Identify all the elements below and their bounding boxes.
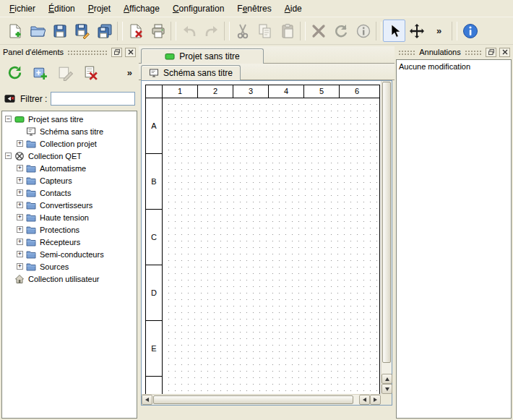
menu-item-configuration[interactable]: Configuration [166,1,230,17]
tree-item-convertisseurs[interactable]: +Convertisseurs [2,199,137,211]
menu-item-projet[interactable]: Projet [82,1,117,17]
dock-drag-grip[interactable] [464,49,483,55]
filter-label: Filtrer : [20,94,47,104]
undo-button[interactable] [178,20,200,42]
sheet-grid-area[interactable] [163,98,379,394]
paste-button[interactable] [276,20,298,42]
tree-expander-plus-icon[interactable]: + [17,140,23,147]
horizontal-scrollbar-thumb[interactable] [153,395,353,404]
folder-icon [26,200,39,210]
tree-item-automatisme[interactable]: +Automatisme [2,162,137,174]
tab-projet-sans-titre[interactable]: Projet sans titre [141,48,264,64]
tree-item-sources[interactable]: +Sources [2,260,137,273]
vertical-scrollbar-thumb[interactable] [382,82,391,363]
tree-item-collection-qet[interactable]: −Collection QET [2,150,137,162]
toolbar-separator [300,22,306,40]
project-icon [14,114,27,124]
help-info-button[interactable] [459,20,481,42]
tree-item-label: Récepteurs [39,238,80,247]
tree-item-projet-sans-titre[interactable]: −Projet sans titre [2,113,137,125]
rotate-button[interactable] [329,20,352,42]
tree-expander-plus-icon[interactable]: + [17,189,23,196]
delete-button[interactable] [307,20,329,42]
left-arrow-icon [145,398,149,402]
object-info-button[interactable] [352,20,374,42]
float-panel-button[interactable] [111,48,122,57]
tree-expander-plus-icon[interactable]: + [17,263,23,270]
horizontal-scrollbar-track[interactable] [152,395,359,405]
tree-item-schema-sans-titre[interactable]: Schéma sans titre [2,125,137,137]
diagram-canvas[interactable]: 123456 ABCDE [142,81,381,394]
scroll-down-button[interactable] [381,384,392,394]
tree-expander-minus-icon[interactable]: − [5,153,12,159]
tree-expander-plus-icon[interactable]: + [17,251,23,257]
sheet-row-A: A [146,98,162,154]
menu-item-fenetres[interactable]: Fenêtres [230,1,277,17]
tree-item-protections[interactable]: +Protections [2,223,137,236]
vertical-scrollbar[interactable] [381,81,392,394]
scroll-up-button[interactable] [381,374,392,384]
elements-panel-header: Panel d'éléments [1,46,137,58]
scroll-left-button-end[interactable] [359,395,370,405]
menu-item-fichier[interactable]: Fichier [3,1,42,17]
copy-button[interactable] [254,20,276,42]
dock-drag-grip[interactable] [397,49,416,55]
edit-element-button[interactable] [54,61,76,83]
clear-filter-button[interactable] [4,93,17,105]
vertical-scrollbar-track[interactable] [381,81,392,374]
object-info-icon [355,23,371,39]
tree-expander-plus-icon[interactable]: + [17,202,23,208]
save-button[interactable] [48,20,71,42]
tree-item-haute-tension[interactable]: +Haute tension [2,211,137,223]
undo-panel-header: Annulations [396,46,512,58]
tree-expander-plus-icon[interactable]: + [17,239,23,245]
tab-schema-sans-titre[interactable]: Schéma sans titre [141,65,241,80]
tree-item-semi-conducteurs[interactable]: +Semi-conducteurs [2,248,137,260]
tree-item-collection-projet[interactable]: +Collection projet [2,137,137,150]
tree-item-label: Semi-conducteurs [39,250,104,259]
print-button[interactable] [147,20,169,42]
close-panel-button[interactable] [125,48,136,57]
tree-expander-plus-icon[interactable]: + [17,165,23,171]
move-mode-button[interactable] [405,20,428,42]
panel-toolbar-overflow-button[interactable]: » [124,67,135,78]
undo-history-list[interactable]: Aucune modification [396,59,512,419]
new-document-button[interactable] [4,20,26,42]
tree-item-label: Sources [39,262,69,271]
overflow-chevron-button[interactable]: » [428,20,450,42]
delete-icon [311,23,327,39]
select-arrow-button[interactable] [383,20,405,42]
menu-item-edition[interactable]: Édition [42,1,82,17]
tree-item-label: Protections [39,226,79,234]
scroll-left-button[interactable] [142,395,152,405]
reload-button[interactable] [4,61,25,83]
scroll-right-button[interactable] [370,395,381,405]
open-folder-button[interactable] [26,20,48,42]
float-panel-button[interactable] [486,48,496,57]
tree-item-capteurs[interactable]: +Capteurs [2,174,137,187]
editor-area: Projet sans titre Schéma sans titre 1234… [139,45,395,420]
tree-item-collection-utilisateur[interactable]: Collection utilisateur [2,273,137,285]
save-all-button[interactable] [93,20,116,42]
close-document-button[interactable] [124,20,147,42]
filter-input[interactable] [51,92,135,106]
tree-expander-plus-icon[interactable]: + [17,226,23,233]
redo-button[interactable] [200,20,223,42]
close-icon [127,48,134,56]
tree-item-recepteurs[interactable]: +Récepteurs [2,236,137,248]
dock-drag-grip[interactable] [66,49,108,55]
sheet-column-2: 2 [197,85,233,98]
delete-element-button[interactable] [79,61,101,83]
tree-expander-plus-icon[interactable]: + [17,177,23,184]
menu-item-aide[interactable]: Aide [278,1,309,17]
menu-item-affichage[interactable]: Affichage [117,1,166,17]
tree-expander-plus-icon[interactable]: + [17,214,23,220]
new-element-button[interactable] [29,61,51,83]
horizontal-scrollbar[interactable] [142,394,381,405]
tree-expander-minus-icon[interactable]: − [5,116,12,122]
cut-button[interactable] [231,20,254,42]
tree-item-contacts[interactable]: +Contacts [2,187,137,199]
save-as-button[interactable] [71,20,93,42]
redo-icon [204,23,220,39]
close-panel-button[interactable] [499,48,510,57]
